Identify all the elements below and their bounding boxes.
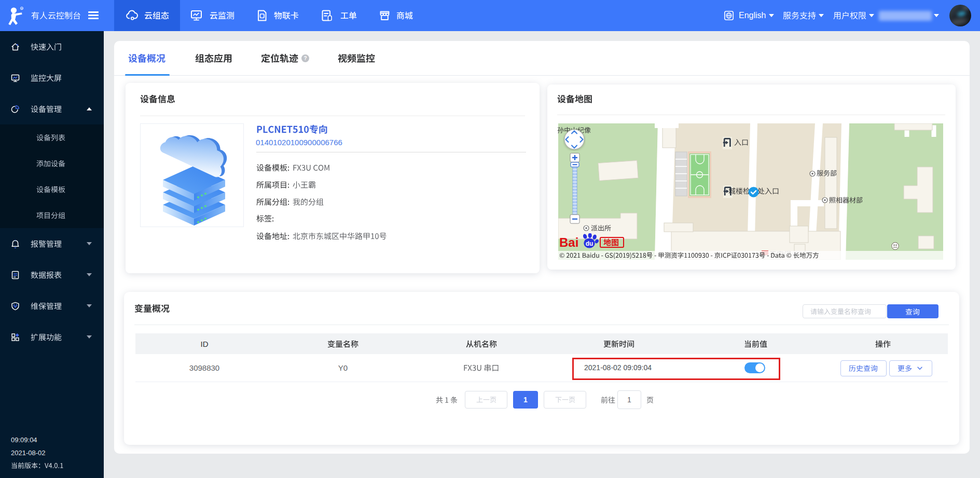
svg-text:du: du — [586, 240, 593, 247]
svg-text:R: R — [21, 7, 22, 10]
